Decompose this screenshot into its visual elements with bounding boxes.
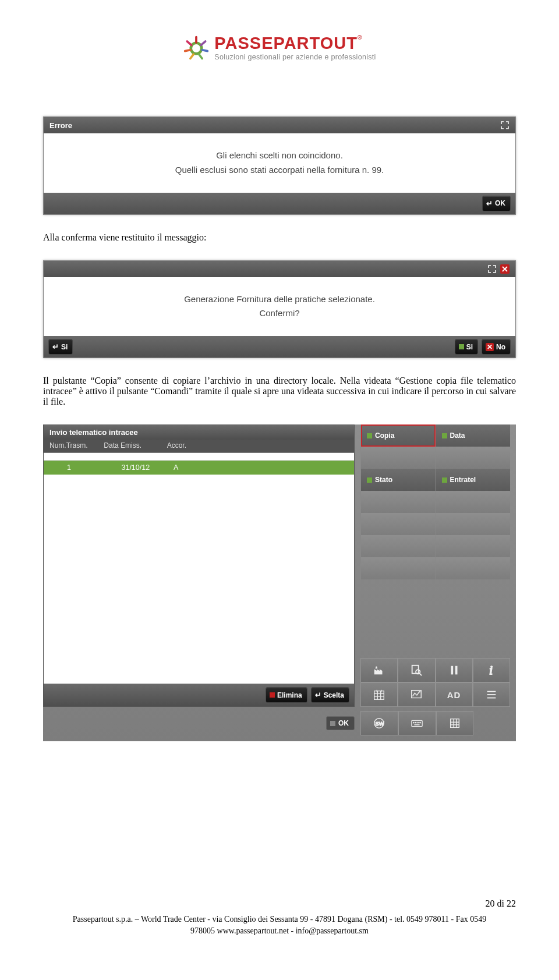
- col-date: Data Emiss.: [104, 441, 165, 450]
- enter-icon: ↵: [486, 199, 493, 208]
- calendar-icon[interactable]: [360, 682, 398, 707]
- page-number: 20 di 22: [43, 898, 516, 909]
- svg-rect-14: [374, 691, 384, 700]
- entratel-button[interactable]: Entratel: [436, 469, 511, 491]
- grid-icon[interactable]: [436, 711, 474, 735]
- svg-rect-12: [455, 666, 457, 675]
- expand-icon[interactable]: [500, 121, 510, 130]
- svg-text:i: i: [489, 664, 493, 677]
- page-header: PASSEPARTOUT® Soluzioni gestionali per a…: [43, 35, 516, 64]
- enter-icon: ↵: [315, 691, 321, 699]
- svg-line-10: [420, 674, 422, 676]
- svg-point-28: [413, 722, 414, 723]
- enter-icon: ↵: [52, 342, 59, 351]
- svg-point-0: [191, 43, 201, 54]
- svg-point-30: [418, 722, 418, 723]
- svg-point-31: [420, 722, 420, 723]
- svg-line-2: [201, 41, 206, 45]
- elimina-button[interactable]: Elimina: [266, 687, 307, 703]
- ad-button[interactable]: AD: [436, 682, 473, 707]
- footer: Passepartout s.p.a. – World Trade Center…: [43, 914, 516, 937]
- list-icon[interactable]: [473, 682, 510, 707]
- error-dialog-title: Errore: [49, 121, 72, 130]
- data-button[interactable]: Data: [436, 424, 511, 447]
- factory-icon[interactable]: [360, 658, 398, 682]
- svg-line-7: [187, 41, 192, 45]
- stato-button[interactable]: Stato: [360, 469, 436, 491]
- svg-rect-11: [451, 666, 453, 675]
- bottom-ok-button[interactable]: OK: [326, 716, 355, 730]
- col-accor: Accor.: [167, 441, 208, 450]
- cell-accor: A: [174, 464, 214, 472]
- error-line2: Quelli esclusi sono stati accorpati nell…: [49, 163, 510, 178]
- data-row[interactable]: 1 31/10/12 A: [44, 461, 354, 475]
- svg-line-6: [185, 50, 190, 51]
- error-ok-button[interactable]: ↵ OK: [482, 196, 511, 211]
- confirm-no-button[interactable]: ✕ No: [482, 339, 511, 355]
- svg-text:SW: SW: [376, 721, 384, 727]
- square-icon: [270, 692, 275, 698]
- brand-name: PASSEPARTOUT®: [214, 35, 376, 52]
- confirm-line1: Generazione Fornitura delle pratiche sel…: [49, 292, 510, 307]
- confirm-si-left-button[interactable]: ↵ Si: [48, 339, 73, 355]
- sw-icon[interactable]: SW: [360, 711, 398, 735]
- svg-rect-27: [412, 720, 422, 726]
- keyboard-icon[interactable]: [398, 711, 436, 735]
- brand-tagline: Soluzioni gestionali per aziende e profe…: [214, 53, 376, 61]
- error-line1: Gli elenchi scelti non coincidono.: [49, 148, 510, 163]
- col-num: Num.Trasm.: [49, 441, 102, 450]
- close-icon[interactable]: [500, 264, 510, 274]
- footer-line1: Passepartout s.p.a. – World Trade Center…: [43, 914, 516, 925]
- square-icon: [330, 721, 335, 726]
- column-headers: Num.Trasm. Data Emiss. Accor.: [44, 440, 354, 453]
- app-window: Invio telematico intracee Num.Trasm. Dat…: [43, 424, 516, 741]
- search-icon[interactable]: [398, 658, 435, 682]
- paragraph-2: Il pulstante “Copia” consente di copiare…: [43, 376, 516, 407]
- cell-date: 31/10/12: [121, 464, 171, 472]
- chart-icon[interactable]: [398, 682, 435, 707]
- copia-button[interactable]: Copia: [360, 424, 436, 447]
- pause-icon[interactable]: [436, 658, 473, 682]
- confirm-si-button[interactable]: Si: [455, 339, 478, 355]
- error-dialog: Errore Gli elenchi scelti non coincidono…: [43, 116, 516, 215]
- svg-point-29: [416, 722, 416, 723]
- svg-rect-33: [451, 719, 459, 728]
- cell-num: 1: [49, 464, 119, 472]
- confirm-dialog: Generazione Fornitura delle pratiche sel…: [43, 260, 516, 359]
- scelta-button[interactable]: ↵ Scelta: [311, 687, 349, 703]
- svg-line-4: [199, 54, 203, 58]
- x-icon: ✕: [486, 343, 494, 351]
- panel-title: Invio telematico intracee: [44, 425, 354, 440]
- confirm-line2: Confermi?: [49, 306, 510, 321]
- square-icon: [459, 344, 464, 349]
- brand-logo-icon: [183, 35, 210, 62]
- info-icon[interactable]: i: [473, 658, 510, 682]
- paragraph-1: Alla conferma viene restituito il messag…: [43, 232, 516, 243]
- svg-line-3: [202, 50, 207, 51]
- expand-icon[interactable]: [487, 264, 497, 274]
- footer-line2: 978005 www.passepartout.net - info@passe…: [43, 925, 516, 937]
- svg-line-5: [190, 54, 194, 58]
